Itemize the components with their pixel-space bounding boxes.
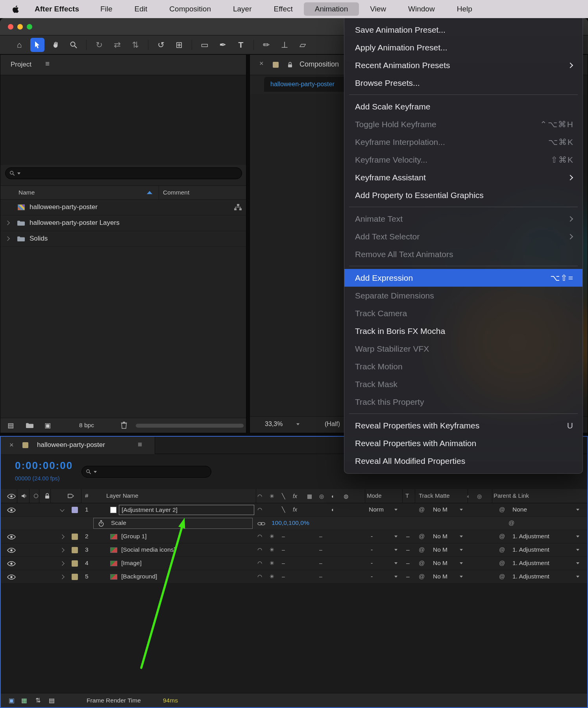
collapse-toggle-icon[interactable]: ✳ <box>270 560 274 566</box>
collapse-toggle-icon[interactable]: ✳ <box>270 573 274 580</box>
layer-row-3[interactable]: 3 [Social media icons] ◠ ✳ – – - – @ No … <box>1 543 587 557</box>
shy-column-icon[interactable]: ◠ <box>257 493 262 499</box>
clone-stamp-tool-icon[interactable]: ⊥ <box>276 38 294 52</box>
video-column-eye-icon[interactable] <box>7 494 16 499</box>
composition-tab[interactable]: Composition <box>300 60 339 69</box>
layer-row-4[interactable]: 4 [Image] ◠ ✳ – – - – @ No M @ 1. Adjust… <box>1 557 587 570</box>
menu-item-recent-animation-presets[interactable]: Recent Animation Presets <box>344 56 582 74</box>
solo-column-icon[interactable] <box>34 494 38 498</box>
blend-mode-dropdown[interactable]: - <box>371 533 373 540</box>
collapse-toggle-icon[interactable]: ✳ <box>270 547 274 553</box>
new-composition-icon[interactable]: ▣ <box>44 421 51 430</box>
menu-item-track-in-boris-fx-mocha[interactable]: Track in Boris FX Mocha <box>344 322 582 340</box>
eraser-tool-icon[interactable]: ▱ <box>294 38 312 52</box>
layer-label-swatch[interactable] <box>72 507 78 513</box>
menu-item-reveal-properties-with-keyframes[interactable]: Reveal Properties with KeyframesU <box>344 417 582 434</box>
layer-row-5[interactable]: 5 [Background] ◠ ✳ – – - – @ No M @ 1. A… <box>1 570 587 584</box>
sort-ascending-icon[interactable] <box>147 191 152 194</box>
toggle-switches-icon[interactable]: ▦ <box>21 697 27 704</box>
menu-item-reveal-all-modified-properties[interactable]: Reveal All Modified Properties <box>344 452 582 470</box>
panel-menu-icon[interactable]: ≡ <box>45 59 50 68</box>
matte-pick-whip-icon[interactable]: @ <box>419 506 425 513</box>
matte-invert-icon[interactable]: ◎ <box>477 493 482 499</box>
parent-pick-whip-icon[interactable]: @ <box>499 506 505 513</box>
preserve-transparency-toggle[interactable]: – <box>406 546 410 553</box>
expand-layer-chevron-icon[interactable] <box>60 548 64 552</box>
menu-item-add-scale-keyframe[interactable]: Add Scale Keyframe <box>344 98 582 115</box>
expand-chevron-icon[interactable] <box>5 236 9 241</box>
project-row-folder-layers[interactable]: halloween-party-poster Layers <box>0 215 246 231</box>
t-column[interactable]: T <box>405 492 409 499</box>
minimize-window-button[interactable] <box>17 24 23 30</box>
pan-behind-tool-icon[interactable]: ⊞ <box>170 38 188 52</box>
preserve-transparency-toggle[interactable]: – <box>406 560 410 567</box>
scale-property-row[interactable]: Scale 100,0,100,0% @ <box>1 517 587 530</box>
expand-layer-chevron-icon[interactable] <box>60 575 64 579</box>
eye-icon[interactable] <box>7 534 16 539</box>
blend-mode-dropdown[interactable]: Norm <box>369 506 384 513</box>
menu-item-keyframe-assistant[interactable]: Keyframe Assistant <box>344 169 582 186</box>
home-icon[interactable]: ⌂ <box>10 38 28 52</box>
menu-window[interactable]: Window <box>397 2 446 16</box>
parent-dropdown[interactable]: 1. Adjustment <box>512 533 549 540</box>
preserve-transparency-toggle[interactable]: – <box>406 573 410 580</box>
label-column-tag-icon[interactable] <box>68 493 74 499</box>
pan-camera-tool-icon[interactable]: ⇄ <box>108 38 126 52</box>
menu-item-add-expression[interactable]: Add Expression⌥⇧= <box>344 269 582 287</box>
timeline-tab-label[interactable]: halloween-party-poster <box>37 441 105 449</box>
eye-icon[interactable] <box>7 561 16 566</box>
motion-blur-toggle-icon[interactable]: – <box>319 547 322 553</box>
close-tab-icon[interactable]: × <box>259 59 264 68</box>
parent-pick-whip-icon[interactable]: @ <box>499 546 505 553</box>
property-name[interactable]: Scale <box>111 519 126 526</box>
parent-link-column[interactable]: Parent & Link <box>494 492 529 499</box>
menu-edit[interactable]: Edit <box>124 2 159 16</box>
fx-toggle-icon[interactable]: fx <box>293 506 297 513</box>
scale-value[interactable]: 100,0,100,0% <box>272 519 309 526</box>
close-tab-icon[interactable]: × <box>9 441 14 449</box>
audio-column-speaker-icon[interactable] <box>21 493 27 499</box>
quality-toggle-icon[interactable]: – <box>282 573 285 580</box>
shy-toggle-icon[interactable]: ◠ <box>257 573 262 580</box>
parent-dropdown[interactable]: 1. Adjustment <box>512 573 549 580</box>
menu-item-apply-animation-preset[interactable]: Apply Animation Preset... <box>344 39 582 56</box>
trash-icon[interactable] <box>121 421 127 429</box>
motion-blur-toggle-icon[interactable]: – <box>319 560 322 566</box>
close-window-button[interactable] <box>8 24 13 30</box>
timeline-search-input[interactable] <box>81 466 211 478</box>
expression-pick-whip-icon[interactable]: @ <box>508 519 514 526</box>
motion-blur-toggle-icon[interactable]: – <box>319 533 322 539</box>
menu-layer[interactable]: Layer <box>222 2 263 16</box>
matte-pick-whip-icon[interactable]: @ <box>419 560 425 566</box>
preserve-transparency-toggle[interactable]: – <box>406 533 410 540</box>
zoom-tool-icon[interactable] <box>65 38 83 52</box>
parent-dropdown[interactable]: None <box>512 506 527 513</box>
parent-pick-whip-icon[interactable]: @ <box>499 560 505 566</box>
parent-pick-whip-icon[interactable]: @ <box>499 573 505 580</box>
orbit-camera-tool-icon[interactable]: ↻ <box>90 38 108 52</box>
menu-item-browse-presets[interactable]: Browse Presets... <box>344 74 582 92</box>
expand-layer-chevron-icon[interactable] <box>60 534 64 539</box>
lock-column-icon[interactable] <box>45 493 50 499</box>
stopwatch-icon[interactable] <box>98 520 104 527</box>
quality-toggle-icon[interactable]: ╲ <box>282 506 285 513</box>
column-comment[interactable]: Comment <box>163 189 189 196</box>
menu-effect[interactable]: Effect <box>263 2 304 16</box>
pen-tool-icon[interactable]: ✒ <box>214 38 232 52</box>
zoom-level-dropdown[interactable]: 33,3% <box>265 421 283 428</box>
menu-item-save-animation-preset[interactable]: Save Animation Preset... <box>344 21 582 39</box>
track-matte-dropdown[interactable]: No M <box>433 533 447 540</box>
track-matte-dropdown[interactable]: No M <box>433 573 447 580</box>
menu-view[interactable]: View <box>359 2 397 16</box>
shy-toggle-icon[interactable]: ◠ <box>257 533 262 539</box>
matte-pick-whip-icon[interactable]: @ <box>419 546 425 553</box>
column-name[interactable]: Name <box>18 189 35 196</box>
eye-icon[interactable] <box>7 508 16 513</box>
menu-help[interactable]: Help <box>446 2 483 16</box>
menu-item-reveal-properties-with-animation[interactable]: Reveal Properties with Animation <box>344 434 582 452</box>
eye-icon[interactable] <box>7 548 16 553</box>
frame-blend-column-icon[interactable]: ▦ <box>307 493 312 499</box>
rectangle-tool-icon[interactable]: ▭ <box>196 38 214 52</box>
parent-pick-whip-icon[interactable]: @ <box>499 533 505 539</box>
composition-mini-flowchart-icon[interactable]: ▣ <box>9 697 15 704</box>
